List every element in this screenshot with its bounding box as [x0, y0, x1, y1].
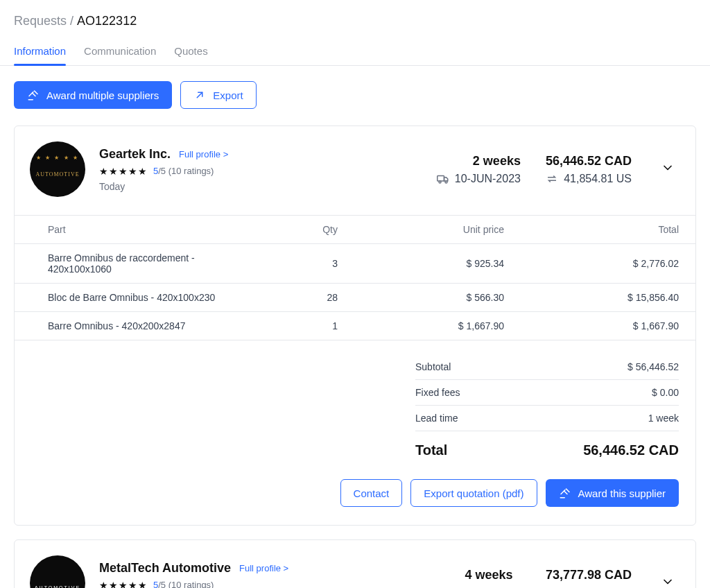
cell-total: $ 1,667.90 — [514, 312, 695, 340]
toolbar: Award multiple suppliers Export — [0, 66, 710, 126]
arrow-up-right-icon — [193, 89, 206, 101]
supplier-card: ★ ★ ★ ★ ★ AUTOMOTIVE Geartek Inc. Full p… — [14, 126, 696, 526]
breadcrumb-id: AO122312 — [77, 14, 137, 28]
rating: ★★★★★ 5/5 (10 ratings) — [99, 580, 415, 589]
table-row: Barre Omnibus - 420x200x2847 1 $ 1,667.9… — [15, 312, 695, 340]
rating: ★★★★★ 5/5 (10 ratings) — [99, 166, 423, 177]
cell-part: Barre Omnibus - 420x200x2847 — [15, 312, 264, 340]
supplier-name: MetalTech Automotive — [99, 561, 231, 576]
supplier-header: AUTOMOTIVE MetalTech Automotive Full pro… — [15, 540, 695, 588]
svg-point-1 — [439, 181, 441, 183]
cell-part: Bloc de Barre Omnibus - 420x100x230 — [15, 284, 264, 312]
lead-time: 4 weeks — [465, 568, 513, 582]
star-icon: ★★★★★ — [99, 166, 148, 177]
supplier-avatar: AUTOMOTIVE — [30, 555, 85, 588]
quote-summary: Subtotal $ 56,446.52 Fixed fees $ 0.00 L… — [15, 340, 695, 464]
col-header-total: Total — [514, 216, 695, 244]
collapse-toggle[interactable] — [657, 571, 679, 588]
summary-lead-label: Lead time — [415, 413, 458, 424]
gavel-icon — [559, 487, 571, 499]
gavel-icon — [27, 89, 40, 101]
award-supplier-label: Award this supplier — [578, 487, 666, 499]
summary-fees-label: Fixed fees — [415, 387, 460, 398]
quote-price: 73,777.98 CAD — [546, 568, 632, 582]
export-quotation-button[interactable]: Export quotation (pdf) — [410, 479, 537, 507]
lead-time: 2 weeks — [473, 154, 521, 168]
quote-date: Today — [99, 181, 423, 192]
cell-total: $ 2,776.02 — [514, 244, 695, 284]
export-label: Export — [213, 89, 243, 101]
tab-bar: Information Communication Quotes — [0, 38, 710, 66]
rating-count: (10 ratings) — [168, 580, 214, 588]
summary-subtotal-value: $ 56,446.52 — [627, 361, 679, 372]
avatar-brand-text: AUTOMOTIVE — [35, 585, 80, 588]
breadcrumb-separator: / — [70, 14, 77, 28]
avatar-brand-text: AUTOMOTIVE — [35, 172, 79, 178]
summary-total-value: 56,446.52 CAD — [583, 442, 679, 458]
cell-part: Barre Omnibus de raccordement - 420x100x… — [15, 244, 264, 284]
full-profile-link[interactable]: Full profile > — [179, 149, 228, 159]
truck-icon — [437, 173, 449, 185]
chevron-down-icon — [661, 161, 675, 175]
svg-rect-0 — [438, 175, 444, 181]
supplier-header: ★ ★ ★ ★ ★ AUTOMOTIVE Geartek Inc. Full p… — [15, 126, 695, 212]
rating-of: /5 — [158, 166, 166, 176]
award-multiple-button[interactable]: Award multiple suppliers — [14, 81, 172, 109]
quote-price: 56,446.52 CAD — [546, 154, 632, 168]
cell-qty: 28 — [264, 284, 347, 312]
quote-price-alt: 41,854.81 US — [564, 173, 632, 185]
summary-total-label: Total — [415, 442, 447, 458]
summary-fees-value: $ 0.00 — [652, 387, 679, 398]
tab-communication[interactable]: Communication — [84, 38, 156, 65]
breadcrumb: Requests / AO122312 — [0, 14, 710, 38]
summary-lead-value: 1 week — [648, 413, 679, 424]
award-multiple-label: Award multiple suppliers — [46, 89, 159, 101]
export-button[interactable]: Export — [180, 81, 256, 109]
supplier-card: AUTOMOTIVE MetalTech Automotive Full pro… — [14, 539, 696, 588]
collapse-toggle[interactable] — [657, 157, 679, 182]
supplier-avatar: ★ ★ ★ ★ ★ AUTOMOTIVE — [30, 141, 85, 197]
rating-count: (10 ratings) — [168, 166, 214, 176]
cell-qty: 3 — [264, 244, 347, 284]
supplier-actions: Contact Export quotation (pdf) Award thi… — [15, 464, 695, 525]
summary-subtotal-label: Subtotal — [415, 361, 451, 372]
contact-label: Contact — [354, 487, 390, 499]
tab-information[interactable]: Information — [14, 38, 66, 65]
cell-unit: $ 1,667.90 — [347, 312, 514, 340]
chevron-down-icon — [661, 575, 675, 588]
cell-unit: $ 925.34 — [347, 244, 514, 284]
cell-unit: $ 566.30 — [347, 284, 514, 312]
supplier-name: Geartek Inc. — [99, 147, 171, 162]
col-header-part: Part — [15, 216, 264, 244]
star-icon: ★★★★★ — [99, 580, 148, 589]
tab-quotes[interactable]: Quotes — [174, 38, 207, 65]
table-row: Barre Omnibus de raccordement - 420x100x… — [15, 244, 695, 284]
full-profile-link[interactable]: Full profile > — [239, 563, 288, 573]
parts-table: Part Qty Unit price Total Barre Omnibus … — [15, 215, 695, 340]
cell-total: $ 15,856.40 — [514, 284, 695, 312]
export-quotation-label: Export quotation (pdf) — [424, 487, 523, 499]
table-row: Bloc de Barre Omnibus - 420x100x230 28 $… — [15, 284, 695, 312]
exchange-icon — [546, 173, 558, 185]
delivery-date: 10-JUN-2023 — [455, 173, 521, 185]
svg-point-2 — [445, 181, 447, 183]
contact-button[interactable]: Contact — [340, 479, 403, 507]
avatar-stars-icon: ★ ★ ★ ★ ★ — [36, 155, 79, 161]
cell-qty: 1 — [264, 312, 347, 340]
breadcrumb-root[interactable]: Requests — [14, 14, 67, 28]
col-header-qty: Qty — [264, 216, 347, 244]
award-supplier-button[interactable]: Award this supplier — [546, 479, 679, 507]
rating-of: /5 — [158, 580, 166, 588]
col-header-unit: Unit price — [347, 216, 514, 244]
